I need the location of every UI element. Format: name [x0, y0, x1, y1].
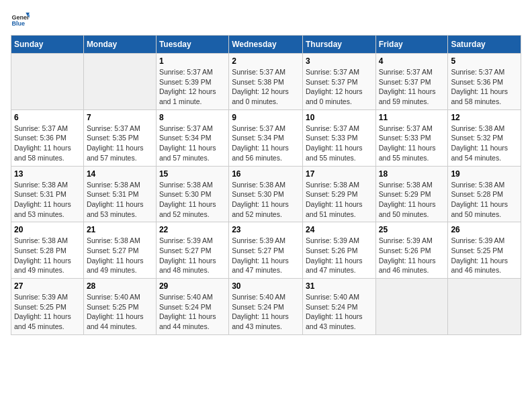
day-number: 9	[232, 113, 300, 122]
day-number: 28	[87, 281, 153, 291]
calendar-cell: 22Sunrise: 5:39 AM Sunset: 5:27 PM Dayli…	[156, 222, 228, 279]
calendar-cell: 6Sunrise: 5:37 AM Sunset: 5:36 PM Daylig…	[11, 109, 84, 166]
calendar-cell: 26Sunrise: 5:39 AM Sunset: 5:25 PM Dayli…	[448, 222, 521, 279]
svg-text:General: General	[11, 14, 30, 21]
day-number: 4	[379, 56, 445, 66]
calendar-cell: 13Sunrise: 5:38 AM Sunset: 5:31 PM Dayli…	[11, 166, 84, 222]
calendar-cell: 5Sunrise: 5:37 AM Sunset: 5:36 PM Daylig…	[448, 54, 521, 110]
day-info: Sunrise: 5:37 AM Sunset: 5:37 PM Dayligh…	[306, 67, 373, 107]
logo: General Blue	[11, 11, 30, 30]
calendar-cell: 19Sunrise: 5:38 AM Sunset: 5:28 PM Dayli…	[448, 166, 521, 222]
calendar-cell: 20Sunrise: 5:38 AM Sunset: 5:28 PM Dayli…	[11, 222, 84, 279]
calendar-cell: 9Sunrise: 5:37 AM Sunset: 5:34 PM Daylig…	[229, 109, 303, 166]
day-info: Sunrise: 5:37 AM Sunset: 5:38 PM Dayligh…	[232, 67, 300, 107]
calendar-cell: 2Sunrise: 5:37 AM Sunset: 5:38 PM Daylig…	[229, 54, 303, 110]
calendar-cell: 17Sunrise: 5:38 AM Sunset: 5:29 PM Dayli…	[302, 166, 375, 222]
calendar-cell: 21Sunrise: 5:38 AM Sunset: 5:27 PM Dayli…	[83, 222, 156, 279]
day-info: Sunrise: 5:37 AM Sunset: 5:36 PM Dayligh…	[451, 67, 518, 107]
calendar-cell: 27Sunrise: 5:39 AM Sunset: 5:25 PM Dayli…	[11, 279, 84, 335]
day-info: Sunrise: 5:38 AM Sunset: 5:28 PM Dayligh…	[14, 236, 81, 275]
weekday-header: Sunday	[11, 36, 84, 54]
calendar-cell: 7Sunrise: 5:37 AM Sunset: 5:35 PM Daylig…	[83, 109, 156, 166]
day-info: Sunrise: 5:38 AM Sunset: 5:28 PM Dayligh…	[451, 180, 518, 220]
day-number: 6	[14, 113, 81, 122]
day-info: Sunrise: 5:39 AM Sunset: 5:25 PM Dayligh…	[451, 236, 518, 275]
day-info: Sunrise: 5:38 AM Sunset: 5:29 PM Dayligh…	[306, 180, 373, 220]
weekday-header: Tuesday	[156, 36, 228, 54]
weekday-header: Wednesday	[229, 36, 303, 54]
calendar-week-row: 27Sunrise: 5:39 AM Sunset: 5:25 PM Dayli…	[11, 279, 521, 335]
weekday-header: Thursday	[302, 36, 375, 54]
calendar-cell: 28Sunrise: 5:40 AM Sunset: 5:25 PM Dayli…	[83, 279, 156, 335]
calendar-cell	[83, 54, 156, 110]
day-info: Sunrise: 5:40 AM Sunset: 5:25 PM Dayligh…	[87, 292, 153, 332]
day-number: 27	[14, 281, 81, 291]
day-info: Sunrise: 5:39 AM Sunset: 5:25 PM Dayligh…	[14, 292, 81, 332]
day-info: Sunrise: 5:37 AM Sunset: 5:33 PM Dayligh…	[306, 124, 373, 163]
generalblue-icon: General Blue	[11, 11, 30, 30]
calendar-week-row: 1Sunrise: 5:37 AM Sunset: 5:39 PM Daylig…	[11, 54, 521, 110]
weekday-header: Saturday	[448, 36, 521, 54]
header: General Blue	[11, 11, 521, 30]
calendar-cell: 29Sunrise: 5:40 AM Sunset: 5:24 PM Dayli…	[156, 279, 228, 335]
day-number: 30	[232, 281, 300, 291]
day-number: 13	[14, 169, 81, 179]
calendar-cell: 3Sunrise: 5:37 AM Sunset: 5:37 PM Daylig…	[302, 54, 375, 110]
day-info: Sunrise: 5:39 AM Sunset: 5:27 PM Dayligh…	[159, 236, 226, 275]
calendar-week-row: 13Sunrise: 5:38 AM Sunset: 5:31 PM Dayli…	[11, 166, 521, 222]
calendar-cell: 30Sunrise: 5:40 AM Sunset: 5:24 PM Dayli…	[229, 279, 303, 335]
day-number: 31	[306, 281, 373, 291]
day-info: Sunrise: 5:40 AM Sunset: 5:24 PM Dayligh…	[306, 292, 373, 332]
calendar-cell	[375, 279, 448, 335]
calendar-cell: 1Sunrise: 5:37 AM Sunset: 5:39 PM Daylig…	[156, 54, 228, 110]
calendar-cell	[448, 279, 521, 335]
calendar-cell	[11, 54, 84, 110]
calendar-cell: 11Sunrise: 5:37 AM Sunset: 5:33 PM Dayli…	[375, 109, 448, 166]
calendar-cell: 8Sunrise: 5:37 AM Sunset: 5:34 PM Daylig…	[156, 109, 228, 166]
day-info: Sunrise: 5:37 AM Sunset: 5:37 PM Dayligh…	[379, 67, 445, 107]
calendar-header-row: SundayMondayTuesdayWednesdayThursdayFrid…	[11, 36, 521, 54]
weekday-header: Friday	[375, 36, 448, 54]
day-number: 19	[451, 169, 518, 179]
day-number: 7	[87, 113, 153, 122]
calendar-cell: 23Sunrise: 5:39 AM Sunset: 5:27 PM Dayli…	[229, 222, 303, 279]
day-number: 24	[306, 225, 373, 234]
calendar-cell: 31Sunrise: 5:40 AM Sunset: 5:24 PM Dayli…	[302, 279, 375, 335]
day-number: 14	[87, 169, 153, 179]
calendar-table: SundayMondayTuesdayWednesdayThursdayFrid…	[11, 35, 521, 335]
day-number: 10	[306, 113, 373, 122]
day-number: 25	[379, 225, 445, 234]
day-number: 20	[14, 225, 81, 234]
day-info: Sunrise: 5:37 AM Sunset: 5:34 PM Dayligh…	[232, 124, 300, 163]
day-number: 29	[159, 281, 226, 291]
day-info: Sunrise: 5:38 AM Sunset: 5:30 PM Dayligh…	[232, 180, 300, 220]
day-number: 11	[379, 113, 445, 122]
day-number: 16	[232, 169, 300, 179]
day-number: 17	[306, 169, 373, 179]
day-info: Sunrise: 5:37 AM Sunset: 5:35 PM Dayligh…	[87, 124, 153, 163]
svg-text:Blue: Blue	[11, 20, 25, 27]
day-info: Sunrise: 5:37 AM Sunset: 5:34 PM Dayligh…	[159, 124, 226, 163]
day-number: 3	[306, 56, 373, 66]
day-info: Sunrise: 5:38 AM Sunset: 5:31 PM Dayligh…	[14, 180, 81, 220]
weekday-header: Monday	[83, 36, 156, 54]
day-number: 1	[159, 56, 226, 66]
day-number: 18	[379, 169, 445, 179]
day-number: 22	[159, 225, 226, 234]
calendar-cell: 10Sunrise: 5:37 AM Sunset: 5:33 PM Dayli…	[302, 109, 375, 166]
day-info: Sunrise: 5:38 AM Sunset: 5:30 PM Dayligh…	[159, 180, 226, 220]
day-info: Sunrise: 5:39 AM Sunset: 5:27 PM Dayligh…	[232, 236, 300, 275]
day-number: 5	[451, 56, 518, 66]
day-info: Sunrise: 5:38 AM Sunset: 5:31 PM Dayligh…	[87, 180, 153, 220]
calendar-week-row: 20Sunrise: 5:38 AM Sunset: 5:28 PM Dayli…	[11, 222, 521, 279]
day-number: 12	[451, 113, 518, 122]
day-info: Sunrise: 5:37 AM Sunset: 5:33 PM Dayligh…	[379, 124, 445, 163]
calendar-cell: 25Sunrise: 5:39 AM Sunset: 5:26 PM Dayli…	[375, 222, 448, 279]
day-number: 8	[159, 113, 226, 122]
calendar-week-row: 6Sunrise: 5:37 AM Sunset: 5:36 PM Daylig…	[11, 109, 521, 166]
day-info: Sunrise: 5:38 AM Sunset: 5:29 PM Dayligh…	[379, 180, 445, 220]
calendar-cell: 14Sunrise: 5:38 AM Sunset: 5:31 PM Dayli…	[83, 166, 156, 222]
day-info: Sunrise: 5:40 AM Sunset: 5:24 PM Dayligh…	[159, 292, 226, 332]
day-number: 21	[87, 225, 153, 234]
calendar-cell: 24Sunrise: 5:39 AM Sunset: 5:26 PM Dayli…	[302, 222, 375, 279]
